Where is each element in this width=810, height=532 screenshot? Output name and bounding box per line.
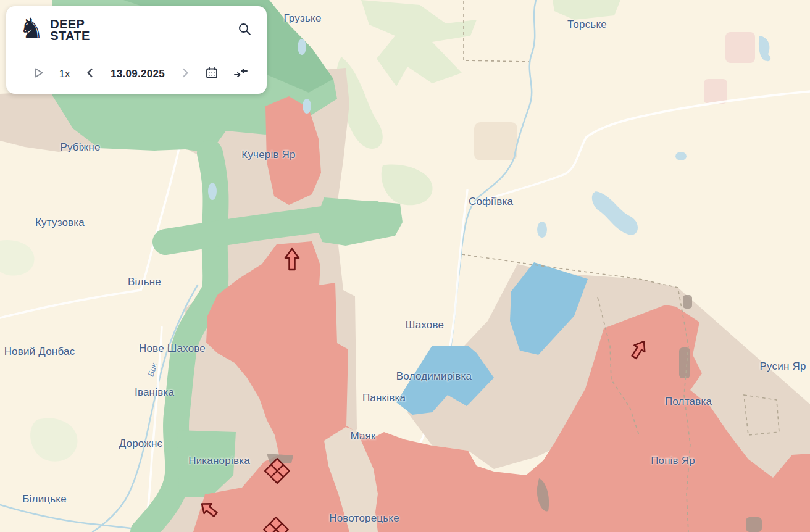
map-canvas[interactable]: { "app": { "brand_line1": "DEEP", "brand… <box>0 0 810 532</box>
brand-line2: STATE <box>50 30 90 42</box>
map-label-kucheriv-yar: Кучерів Яр <box>241 149 295 161</box>
map-label-kutuzovka: Кутузовка <box>35 217 85 229</box>
map-label-volodymyrivka: Володимирівка <box>396 370 472 383</box>
map-label-rubizhne: Рубіжне <box>60 141 100 154</box>
search-button[interactable] <box>237 22 252 38</box>
map-label-nove-shakhove: Нове Шахове <box>139 343 206 355</box>
knight-logo-icon: ♞ <box>19 14 44 43</box>
calendar-icon <box>205 66 219 81</box>
chevron-right-icon <box>180 67 191 80</box>
previous-day-button[interactable] <box>85 67 96 80</box>
map-label-torske: Торське <box>567 19 607 31</box>
brand-line1: DEEP <box>50 19 90 30</box>
search-icon <box>237 22 252 38</box>
map-label-sofiivka: Софіївка <box>469 196 513 208</box>
chevron-left-icon <box>85 67 96 80</box>
next-day-button[interactable] <box>180 67 191 80</box>
current-date[interactable]: 13.09.2025 <box>111 68 165 80</box>
map-label-nykanorivka: Никанорівка <box>188 455 250 467</box>
play-icon <box>33 67 44 80</box>
map-label-pankivka: Панківка <box>362 392 406 404</box>
collapse-timeline-button[interactable] <box>233 66 248 81</box>
map-label-dorozhnie: Дорожнє <box>119 438 163 450</box>
map-label-novotoretske: Новоторецьке <box>329 512 399 525</box>
speed-button[interactable]: 1x <box>59 68 70 80</box>
map-label-vilne: Вільне <box>128 276 161 288</box>
map-label-bilytske: Білицьке <box>22 493 67 505</box>
play-button[interactable] <box>33 67 44 80</box>
brand-logo: DEEP STATE <box>50 19 90 42</box>
map-label-ivanivka: Іванівка <box>135 386 174 399</box>
map-label-poltavka: Полтавка <box>665 396 712 408</box>
map-label-popiv-yar: Попів Яр <box>651 455 695 467</box>
map-label-novyi-donbas: Новий Донбас <box>4 346 75 358</box>
control-panel: ♞ DEEP STATE 1x <box>6 6 267 94</box>
map-label-gruzke: Грузьке <box>283 12 321 25</box>
calendar-button[interactable] <box>205 66 219 81</box>
map-label-maiak: Маяк <box>350 430 375 443</box>
collapse-arrows-icon <box>233 66 248 81</box>
map-label-rusyn-yar: Русин Яр <box>759 360 806 373</box>
map-label-shakhove: Шахове <box>406 319 444 331</box>
